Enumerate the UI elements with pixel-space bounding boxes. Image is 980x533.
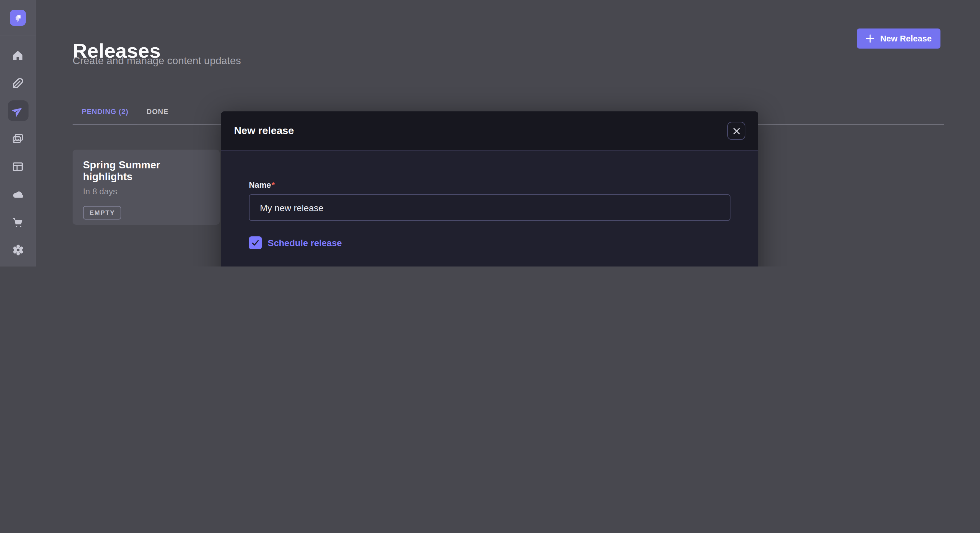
modal-title: New release <box>234 125 294 136</box>
plus-icon <box>865 34 875 43</box>
sidebar-item-releases[interactable] <box>8 100 28 121</box>
release-card-title: Spring Summer highlights <box>83 159 209 182</box>
modal-close-button[interactable] <box>727 122 745 140</box>
cloud-icon <box>11 188 24 201</box>
paper-plane-icon <box>12 105 24 117</box>
sidebar-logo-section <box>0 0 36 36</box>
required-mark: * <box>272 181 275 190</box>
name-label: Name* <box>249 181 275 190</box>
release-card-status-badge: EMPTY <box>83 206 121 219</box>
schedule-release-label[interactable]: Schedule release <box>268 238 342 248</box>
new-release-button[interactable]: New Release <box>857 29 940 49</box>
app-window: KD Releases Create and manage content up… <box>0 0 980 266</box>
date-field-group: Date* 09/10/2024 <box>249 265 487 266</box>
sidebar-item-content-manager[interactable] <box>8 156 28 177</box>
new-release-modal: New release Name* Schedule release <box>221 111 758 266</box>
images-icon <box>12 132 24 145</box>
sidebar-item-deploy[interactable] <box>8 184 28 205</box>
layout-icon <box>12 160 24 173</box>
schedule-release-checkbox[interactable] <box>249 236 262 249</box>
tab-done[interactable]: DONE <box>137 98 178 125</box>
name-field-group: Name* <box>249 179 730 221</box>
page-subtitle: Create and manage content updates <box>73 55 241 67</box>
modal-header: New release <box>221 111 758 151</box>
cart-icon <box>12 216 24 228</box>
sidebar-item-marketplace[interactable] <box>8 212 28 233</box>
release-tabs: PENDING (2) DONE <box>73 98 178 125</box>
sidebar-item-media-library[interactable] <box>8 128 28 149</box>
home-icon <box>12 49 24 61</box>
sidebar-nav <box>0 36 36 260</box>
name-input[interactable] <box>249 194 730 221</box>
sidebar-item-settings[interactable] <box>8 240 28 260</box>
feather-icon <box>12 77 24 89</box>
strapi-logo[interactable] <box>10 10 26 26</box>
strapi-logo-icon <box>12 12 23 23</box>
sidebar-item-home[interactable] <box>8 45 28 65</box>
close-icon <box>733 127 740 134</box>
tab-pending[interactable]: PENDING (2) <box>73 98 137 125</box>
release-card-meta: In 8 days <box>83 187 209 196</box>
time-field-group: Time* --:-- <box>492 265 730 266</box>
sidebar: KD <box>0 0 36 266</box>
modal-body: Name* Schedule release Date* <box>221 151 758 266</box>
gear-icon <box>11 244 24 257</box>
schedule-release-row: Schedule release <box>249 236 730 249</box>
check-icon <box>251 239 259 247</box>
new-release-button-label: New Release <box>880 34 932 43</box>
sidebar-item-content-type-builder[interactable] <box>8 73 28 93</box>
release-card[interactable]: Spring Summer highlights In 8 days EMPTY <box>73 150 220 225</box>
date-time-row: Date* 09/10/2024 Time* <box>249 265 730 266</box>
